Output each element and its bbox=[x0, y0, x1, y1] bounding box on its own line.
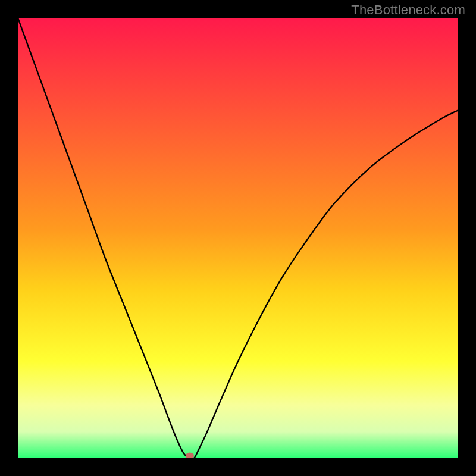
chart-frame: TheBottleneck.com bbox=[0, 0, 476, 476]
plot-area bbox=[18, 18, 458, 458]
optimum-marker bbox=[186, 453, 194, 459]
bottleneck-curve bbox=[18, 18, 458, 458]
curve-svg bbox=[18, 18, 458, 458]
watermark-text: TheBottleneck.com bbox=[351, 2, 465, 18]
